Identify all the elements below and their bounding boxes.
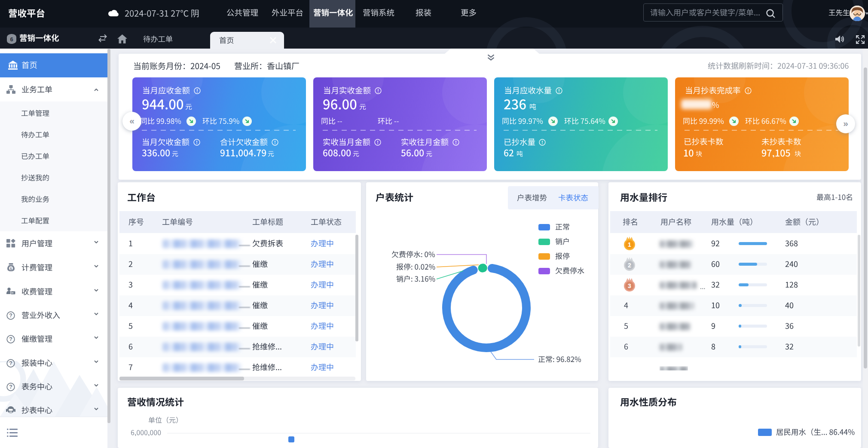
svg-text:?: ? [9, 384, 12, 390]
svg-text:1: 1 [628, 241, 631, 248]
svg-text:?: ? [9, 313, 12, 319]
svg-text:3: 3 [628, 282, 631, 289]
svg-text:6: 6 [10, 36, 13, 43]
svg-text:?: ? [9, 360, 12, 366]
svg-text:?: ? [9, 336, 12, 342]
svg-text:2: 2 [628, 262, 631, 269]
svg-text:$: $ [10, 266, 12, 271]
